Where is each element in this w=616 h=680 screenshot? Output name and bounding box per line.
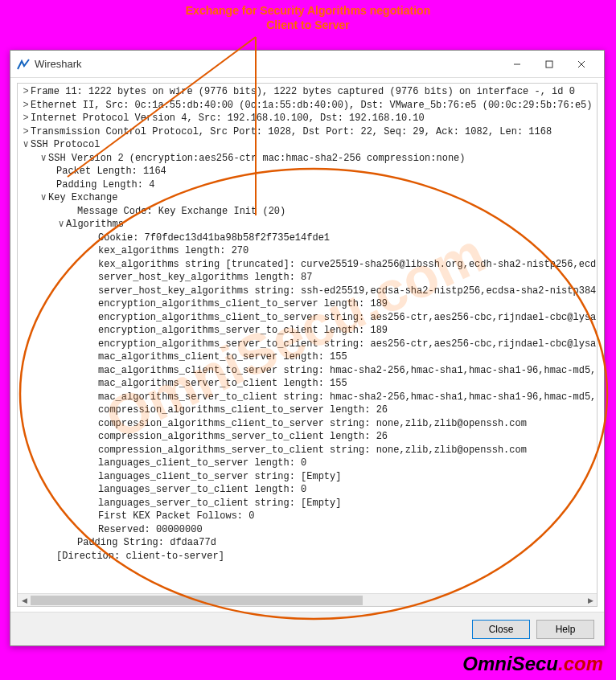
titlebar[interactable]: Wireshark — [10, 51, 604, 78]
key-exchange: Key Exchange — [48, 192, 117, 203]
tree-row[interactable]: Padding Length: 4 — [21, 178, 593, 192]
expand-icon[interactable]: > — [21, 112, 31, 125]
tree-row[interactable]: server_host_key_algorithms string: ssh-e… — [21, 285, 593, 298]
cookie-field: Cookie: 7f0fdec13d41ba98b58f2f735e14fde1 — [98, 232, 330, 244]
tree-row[interactable]: ∨SSH Protocol — [21, 138, 593, 152]
tree-row[interactable]: encryption_algorithms_server_to_client s… — [21, 338, 593, 351]
svg-rect-1 — [546, 61, 552, 68]
tree-row[interactable]: First KEX Packet Follows: 0 — [21, 510, 593, 523]
mac-cts-string: mac_algorithms_client_to_server string: … — [98, 365, 597, 376]
wireshark-icon — [17, 58, 30, 71]
lang-stc-length: languages_server_to_client length: 0 — [98, 484, 306, 495]
server-host-key-string: server_host_key_algorithms string: ssh-e… — [98, 285, 597, 297]
server-host-key-length: server_host_key_algorithms length: 87 — [98, 272, 312, 283]
kex-algorithms-string: kex_algorithms string [truncated]: curve… — [98, 259, 597, 270]
scrollbar-track[interactable] — [31, 594, 584, 607]
kex-algorithms-length: kex_algorithms length: 270 — [98, 245, 248, 256]
collapse-icon[interactable]: ∨ — [39, 191, 48, 205]
attribution: OmniSecu.com — [462, 653, 603, 675]
ssh-protocol: SSH Protocol — [31, 139, 100, 150]
mac-cts-length: mac_algorithms_client_to_server length: … — [98, 351, 347, 363]
annotation-label: Exchange for Security Algorithms negotia… — [0, 0, 616, 32]
lang-cts-length: languages_client_to_server length: 0 — [98, 457, 306, 469]
annotation-line2: Client to Server — [0, 18, 616, 32]
packet-details-pane[interactable]: >Frame 11: 1222 bytes on wire (9776 bits… — [17, 83, 598, 607]
close-window-button[interactable] — [565, 53, 598, 76]
expand-icon[interactable]: > — [21, 125, 31, 139]
tree-row[interactable]: languages_server_to_client string: [Empt… — [21, 497, 593, 510]
expand-icon[interactable]: > — [21, 99, 31, 113]
tree-row[interactable]: >Internet Protocol Version 4, Src: 192.1… — [21, 112, 593, 125]
tree-row[interactable]: encryption_algorithms_client_to_server l… — [21, 297, 593, 311]
padding-length: Padding Length: 4 — [56, 179, 154, 190]
comp-stc-string: compression_algorithms_server_to_client … — [98, 444, 527, 456]
wireshark-window: Wireshark >Frame 11: 1222 bytes on wire … — [10, 50, 605, 646]
ip-summary: Internet Protocol Version 4, Src: 192.16… — [31, 113, 425, 124]
tree-row[interactable]: Message Code: Key Exchange Init (20) — [21, 205, 593, 219]
mac-stc-string: mac_algorithms_server_to_client string: … — [98, 391, 597, 403]
tree-row[interactable]: Packet Length: 1164 — [21, 165, 593, 178]
padding-string: Padding String: dfdaa77d — [77, 537, 216, 548]
comp-stc-length: compression_algorithms_server_to_client … — [98, 431, 388, 442]
tree-row[interactable]: languages_client_to_server string: [Empt… — [21, 470, 593, 484]
tree-row[interactable]: languages_client_to_server length: 0 — [21, 457, 593, 470]
tcp-summary: Transmission Control Protocol, Src Port:… — [31, 126, 552, 137]
comp-cts-string: compression_algorithms_client_to_server … — [98, 418, 527, 429]
scroll-left-icon[interactable]: ◀ — [18, 594, 31, 607]
attribution-suffix: .com — [558, 653, 603, 674]
reserved-field: Reserved: 00000000 — [98, 524, 203, 535]
minimize-button[interactable] — [501, 53, 533, 76]
close-button[interactable]: Close — [472, 620, 530, 639]
window-controls — [501, 53, 598, 76]
tree-row[interactable]: compression_algorithms_client_to_server … — [21, 417, 593, 431]
tree-row[interactable]: compression_algorithms_server_to_client … — [21, 430, 593, 444]
tree-row[interactable]: >Frame 11: 1222 bytes on wire (9776 bits… — [21, 85, 593, 99]
scroll-right-icon[interactable]: ▶ — [584, 594, 597, 607]
tree-row[interactable]: Reserved: 00000000 — [21, 523, 593, 537]
ssh-version: SSH Version 2 (encryption:aes256-ctr mac… — [48, 153, 465, 164]
collapse-icon[interactable]: ∨ — [39, 152, 48, 166]
tree-row[interactable]: [Direction: client-to-server] — [21, 550, 593, 563]
expand-icon[interactable]: > — [21, 85, 31, 99]
attribution-name: OmniSecu — [462, 653, 558, 674]
enc-cts-string: encryption_algorithms_client_to_server s… — [98, 312, 597, 323]
tree-row[interactable]: kex_algorithms length: 270 — [21, 244, 593, 258]
tree-row[interactable]: compression_algorithms_server_to_client … — [21, 444, 593, 457]
scrollbar-thumb[interactable] — [31, 596, 363, 605]
packet-length: Packet Length: 1164 — [56, 166, 166, 177]
enc-cts-length: encryption_algorithms_client_to_server l… — [98, 298, 388, 309]
direction-field: [Direction: client-to-server] — [56, 551, 224, 562]
collapse-icon[interactable]: ∨ — [21, 138, 31, 152]
tree-row[interactable]: mac_algorithms_client_to_server length: … — [21, 350, 593, 364]
tree-row[interactable]: mac_algorithms_server_to_client length: … — [21, 377, 593, 391]
algorithms-node: Algorithms — [66, 219, 124, 230]
help-button[interactable]: Help — [536, 620, 594, 639]
tree-row[interactable]: languages_server_to_client length: 0 — [21, 483, 593, 497]
tree-row[interactable]: >Ethernet II, Src: 0c:1a:55:db:40:00 (0c… — [21, 99, 593, 113]
dialog-footer: Close Help — [10, 612, 604, 645]
lang-cts-string: languages_client_to_server string: [Empt… — [98, 471, 341, 482]
packet-tree[interactable]: >Frame 11: 1222 bytes on wire (9776 bits… — [18, 84, 597, 593]
tree-row[interactable]: ∨Algorithms — [21, 218, 593, 231]
collapse-icon[interactable]: ∨ — [56, 218, 66, 231]
tree-row[interactable]: server_host_key_algorithms length: 87 — [21, 271, 593, 285]
tree-row[interactable]: encryption_algorithms_server_to_client l… — [21, 324, 593, 338]
mac-stc-length: mac_algorithms_server_to_client length: … — [98, 378, 347, 389]
first-kex-follows: First KEX Packet Follows: 0 — [98, 510, 254, 522]
tree-row[interactable]: ∨SSH Version 2 (encryption:aes256-ctr ma… — [21, 152, 593, 166]
tree-row[interactable]: encryption_algorithms_client_to_server s… — [21, 311, 593, 325]
tree-row[interactable]: mac_algorithms_client_to_server string: … — [21, 364, 593, 378]
tree-row[interactable]: Cookie: 7f0fdec13d41ba98b58f2f735e14fde1 — [21, 231, 593, 245]
horizontal-scrollbar[interactable]: ◀ ▶ — [18, 593, 597, 606]
tree-row[interactable]: ∨Key Exchange — [21, 191, 593, 205]
tree-row[interactable]: kex_algorithms string [truncated]: curve… — [21, 258, 593, 272]
tree-row[interactable]: mac_algorithms_server_to_client string: … — [21, 391, 593, 404]
tree-row[interactable]: Padding String: dfdaa77d — [21, 536, 593, 550]
window-title: Wireshark — [35, 58, 501, 70]
tree-row[interactable]: compression_algorithms_client_to_server … — [21, 403, 593, 417]
enc-stc-string: encryption_algorithms_server_to_client s… — [98, 338, 597, 350]
frame-summary: Frame 11: 1222 bytes on wire (9776 bits)… — [31, 86, 575, 97]
annotation-line1: Exchange for Security Algorithms negotia… — [0, 3, 616, 18]
maximize-button[interactable] — [533, 53, 565, 76]
tree-row[interactable]: >Transmission Control Protocol, Src Port… — [21, 125, 593, 139]
